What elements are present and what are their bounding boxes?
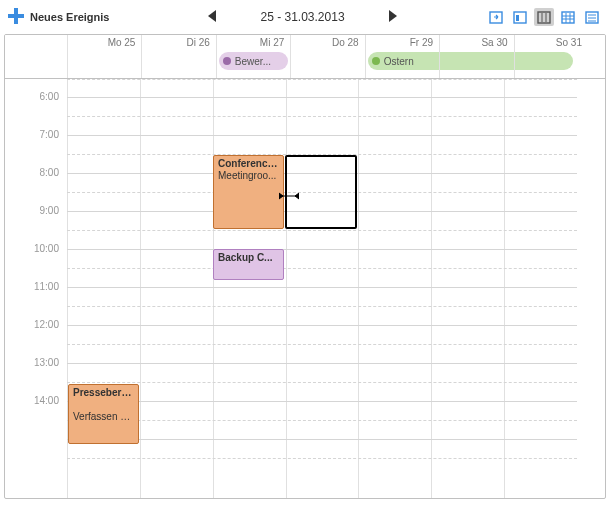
hour-label: 7:00: [40, 129, 59, 140]
view-go-today-button[interactable]: [486, 8, 506, 26]
event-dot: [372, 57, 380, 65]
event-drag-ghost[interactable]: [285, 155, 357, 229]
day-header-di[interactable]: Di 26: [141, 35, 215, 78]
view-week-button[interactable]: [534, 8, 554, 26]
calendar-frame: Mo 25 Di 26 Mi 27 Bewer... Do 28 Fr 29 O…: [4, 34, 606, 499]
event-body: Verfassen und: [73, 411, 134, 423]
date-range-label: 25 - 31.03.2013: [260, 10, 344, 24]
new-event-button[interactable]: Neues Ereignis: [8, 8, 109, 26]
event-title: Presseberic...: [73, 387, 134, 399]
day-header-mi[interactable]: Mi 27 Bewer...: [216, 35, 290, 78]
day-header-so[interactable]: So 31: [514, 35, 588, 78]
day-column-mi[interactable]: [213, 79, 286, 498]
allday-event-label: Bewer...: [235, 56, 271, 67]
event-title: Backup C...: [218, 252, 279, 264]
view-month-button[interactable]: [558, 8, 578, 26]
view-switcher: [486, 8, 602, 26]
day-header-mo[interactable]: Mo 25: [67, 35, 141, 78]
day-column-do[interactable]: [286, 79, 359, 498]
plus-icon: [8, 8, 24, 26]
hour-label: 11:00: [34, 281, 59, 292]
hour-label: 8:00: [40, 167, 59, 178]
day-column-sa[interactable]: [431, 79, 504, 498]
svg-rect-6: [562, 12, 574, 23]
prev-week-button[interactable]: [204, 6, 220, 28]
svg-rect-3: [538, 12, 550, 23]
day-header-do[interactable]: Do 28: [290, 35, 364, 78]
allday-event-label: Ostern: [384, 56, 414, 67]
event-title: Conference ...: [218, 158, 279, 170]
day-column-di[interactable]: [140, 79, 213, 498]
new-event-label: Neues Ereignis: [30, 11, 109, 23]
svg-rect-2: [516, 15, 519, 21]
hour-label: 6:00: [40, 91, 59, 102]
event-dot: [223, 57, 231, 65]
day-header-sa[interactable]: Sa 30: [439, 35, 513, 78]
hour-label: 12:00: [34, 319, 59, 330]
view-agenda-button[interactable]: [582, 8, 602, 26]
hour-label: 13:00: [34, 357, 59, 368]
hour-label: 9:00: [40, 205, 59, 216]
svg-rect-1: [514, 12, 526, 23]
day-column-so[interactable]: [504, 79, 577, 498]
hour-label: 10:00: [34, 243, 59, 254]
time-grid-scroll[interactable]: 6:00 7:00 8:00 9:00 10:00 11:00 12:00 13…: [5, 79, 605, 498]
day-header-row: Mo 25 Di 26 Mi 27 Bewer... Do 28 Fr 29 O…: [5, 35, 605, 79]
event-backup[interactable]: Backup C...: [213, 249, 284, 280]
event-conference[interactable]: Conference ... Meetingroo...: [213, 155, 284, 229]
hour-label: 14:00: [34, 395, 59, 406]
view-day-button[interactable]: [510, 8, 530, 26]
allday-event-bewer[interactable]: Bewer...: [219, 52, 288, 70]
day-header-fr[interactable]: Fr 29 Ostern: [365, 35, 439, 78]
next-week-button[interactable]: [385, 6, 401, 28]
event-location: Meetingroo...: [218, 170, 279, 182]
event-presse[interactable]: Presseberic... Verfassen und: [68, 384, 139, 444]
day-column-fr[interactable]: [358, 79, 431, 498]
